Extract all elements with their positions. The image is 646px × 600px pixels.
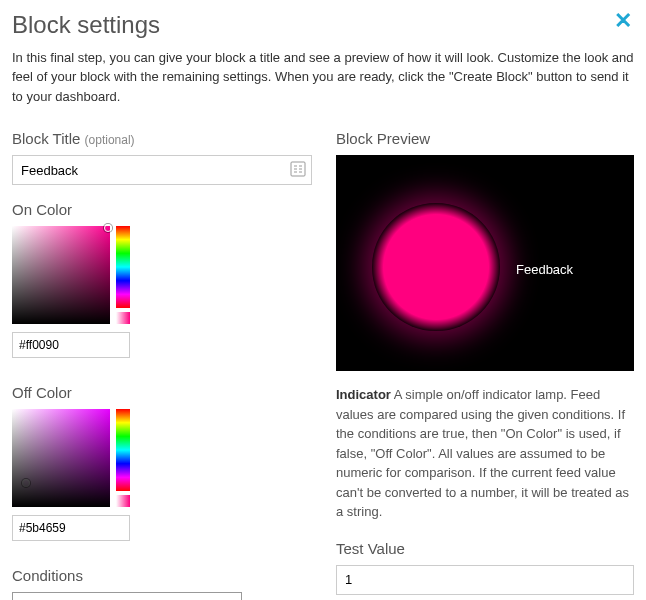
off-color-hue-slider[interactable] [116, 409, 130, 491]
preview-label: Block Preview [336, 128, 634, 149]
indicator-label: Feedback [516, 261, 573, 279]
block-title-label: Block Title (optional) [12, 128, 312, 149]
intro-text: In this final step, you can give your bl… [12, 48, 634, 107]
block-title-input[interactable] [12, 155, 312, 185]
block-preview: Feedback [336, 155, 634, 371]
on-color-hue-slider[interactable] [116, 226, 130, 308]
test-value-label: Test Value [336, 538, 634, 559]
off-color-picker-cursor [22, 479, 30, 487]
indicator-desc-body: A simple on/off indicator lamp. Feed val… [336, 387, 629, 519]
indicator-desc-title: Indicator [336, 387, 391, 402]
on-color-alpha-slider[interactable] [116, 312, 130, 324]
close-icon[interactable]: ✕ [614, 6, 632, 37]
conditions-label: Conditions [12, 565, 312, 586]
on-color-saturation-picker[interactable] [12, 226, 110, 324]
off-color-label: Off Color [12, 382, 312, 403]
block-title-label-text: Block Title [12, 130, 80, 147]
indicator-description: Indicator A simple on/off indicator lamp… [336, 385, 634, 522]
off-color-saturation-picker[interactable] [12, 409, 110, 507]
off-color-alpha-slider[interactable] [116, 495, 130, 507]
conditions-operator-select[interactable]: = [12, 592, 242, 600]
svg-rect-0 [291, 162, 305, 176]
form-icon [290, 161, 306, 177]
on-color-label: On Color [12, 199, 312, 220]
test-value-input[interactable] [336, 565, 634, 595]
page-title: Block settings [12, 8, 634, 42]
block-title-optional: (optional) [85, 133, 135, 147]
indicator-orb [372, 203, 500, 331]
off-color-hex-input[interactable] [12, 515, 130, 541]
on-color-picker-cursor [104, 224, 112, 232]
on-color-hex-input[interactable] [12, 332, 130, 358]
